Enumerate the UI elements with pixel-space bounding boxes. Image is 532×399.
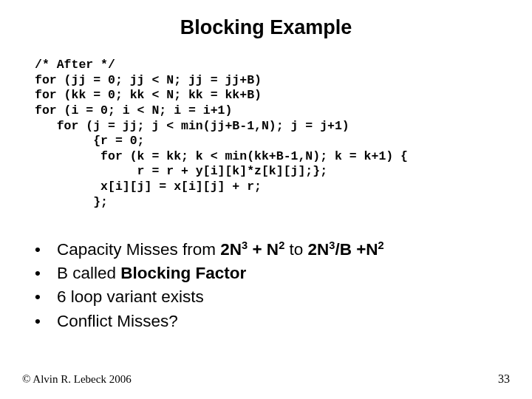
text: B called (57, 264, 120, 282)
bullet-item: • Capacity Misses from 2N3 + N2 to 2N3/B… (35, 238, 384, 261)
code-line: /* After */ (35, 58, 115, 72)
code-line: for (jj = 0; jj < N; jj = jj+B) (35, 73, 262, 87)
slide-title: Blocking Example (0, 16, 532, 39)
bullet-item: • Conflict Misses? (35, 310, 384, 332)
text: /B (335, 240, 356, 259)
page-number: 33 (498, 372, 510, 386)
superscript: 3 (242, 239, 248, 250)
code-block: /* After */ for (jj = 0; jj < N; jj = jj… (35, 58, 408, 210)
bullet-text: 6 loop variant exists (57, 286, 204, 308)
bullet-dot-icon: • (35, 262, 57, 284)
bullet-item: • B called Blocking Factor (35, 262, 384, 284)
code-line: for (kk = 0; kk < N; kk = kk+B) (35, 88, 262, 102)
superscript: 2 (378, 239, 384, 250)
bullet-dot-icon: • (35, 310, 57, 332)
text: 2N (308, 240, 330, 259)
code-line: x[i][j] = x[i][j] + r; (35, 180, 262, 194)
text: Blocking Factor (120, 264, 246, 282)
bullet-dot-icon: • (35, 286, 57, 308)
footer-copyright: © Alvin R. Lebeck 2006 (22, 373, 132, 386)
code-line: for (i = 0; i < N; i = i+1) (35, 103, 232, 117)
bullet-dot-icon: • (35, 239, 57, 261)
bullet-list: • Capacity Misses from 2N3 + N2 to 2N3/B… (35, 238, 384, 334)
text: 2N3/B +N2 (308, 240, 384, 259)
slide: Blocking Example /* After */ for (jj = 0… (0, 0, 532, 399)
text: 2N3 + N2 (220, 240, 284, 259)
code-line: for (j = jj; j < min(jj+B-1,N); j = j+1) (35, 119, 349, 133)
text: +N (356, 240, 378, 259)
code-line: r = r + y[i][k]*z[k][j];}; (35, 164, 327, 178)
text: 2N (220, 240, 242, 259)
text: + N (248, 240, 279, 259)
bullet-item: • 6 loop variant exists (35, 286, 384, 308)
bullet-text: Conflict Misses? (57, 310, 178, 332)
bullet-text: Capacity Misses from 2N3 + N2 to 2N3/B +… (57, 238, 384, 261)
text: to (284, 240, 307, 259)
code-line: for (k = kk; k < min(kk+B-1,N); k = k+1)… (35, 149, 408, 163)
bullet-text: B called Blocking Factor (57, 262, 246, 284)
code-line: {r = 0; (35, 134, 145, 148)
code-line: }; (35, 195, 108, 209)
text: Capacity Misses from (57, 240, 220, 259)
